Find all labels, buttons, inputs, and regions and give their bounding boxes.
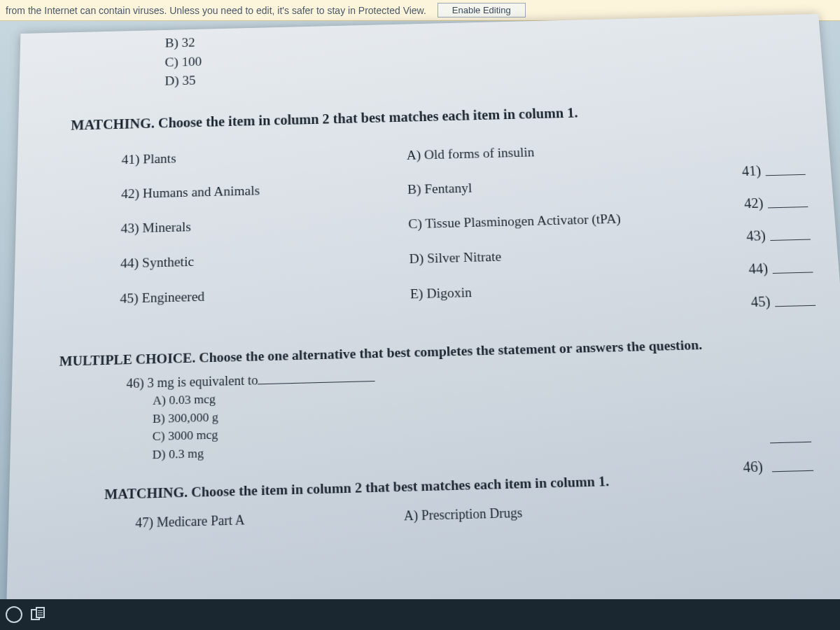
- answer-46: 46): [736, 457, 814, 476]
- answer-row: 42): [737, 194, 808, 211]
- answer-row: 44): [741, 259, 813, 277]
- answer-number: 43): [739, 227, 766, 244]
- answer-blank-line: [765, 165, 806, 176]
- windows-taskbar[interactable]: [0, 599, 840, 630]
- answer-blank-line: [769, 432, 811, 443]
- col1-item: 43) Minerals: [120, 214, 408, 236]
- answer-number: 41): [735, 163, 762, 179]
- answer-number: 42): [737, 195, 764, 212]
- task-view-icon[interactable]: [31, 607, 46, 622]
- col2-item: E) Digoxin: [410, 277, 751, 302]
- col2-item: C) Tissue Plasminogen Activator (tPA): [408, 208, 746, 232]
- answer-row: 43): [739, 227, 811, 244]
- answer-blank-line: [771, 461, 813, 472]
- answer-number: 46): [736, 458, 764, 476]
- answer-blank-line: [769, 230, 811, 240]
- col2-item: D) Silver Nitrate: [409, 242, 748, 266]
- answer-blank-line: [767, 197, 808, 208]
- protected-view-message: from the Internet can contain viruses. U…: [6, 5, 426, 16]
- matching-section-header: MATCHING. Choose the item in column 2 th…: [71, 99, 801, 133]
- document-page: B) 32 C) 100 D) 35 MATCHING. Choose the …: [4, 14, 840, 630]
- multiple-choice-section: MULTIPLE CHOICE. Choose the one alternat…: [36, 332, 826, 468]
- q47-col2: A) Prescription Drugs: [404, 501, 673, 524]
- col2-item: B) Fentanyl: [407, 174, 744, 197]
- q47-col1: 47) Medicare Part A: [135, 508, 404, 531]
- matching-column-2: A) Old forms of insulin B) Fentanyl C) T…: [406, 136, 752, 321]
- matching-section-2-header: MATCHING. Choose the item in column 2 th…: [104, 468, 830, 503]
- page-viewport: B) 32 C) 100 D) 35 MATCHING. Choose the …: [0, 21, 840, 630]
- col1-item: 44) Synthetic: [120, 248, 410, 271]
- q46-options: A) 0.03 mcg B) 300,000 g C) 3000 mcg D) …: [152, 375, 826, 464]
- cortana-circle-icon[interactable]: [6, 606, 22, 623]
- matching-answer-blanks: 41) 42) 43) 44) 45): [735, 162, 818, 328]
- question-47-row: 47) Medicare Part A A) Prescription Drug…: [135, 497, 832, 531]
- answer-number: 44): [741, 260, 769, 277]
- answer-blank-line: [772, 262, 813, 273]
- enable-editing-button[interactable]: Enable Editing: [438, 3, 526, 18]
- col2-item: A) Old forms of insulin: [407, 139, 741, 162]
- col1-item: 42) Humans and Animals: [121, 179, 407, 202]
- question-46: 46) 3 mg is equivalent to A) 0.03 mcg B)…: [125, 358, 826, 465]
- matching-columns: 41) Plants 42) Humans and Animals 43) Mi…: [120, 135, 816, 329]
- answer-number: 45): [743, 293, 771, 310]
- col1-item: 45) Engineered: [120, 284, 410, 307]
- previous-question-options: B) 32 C) 100 D) 35: [164, 18, 798, 90]
- q46-blank: [258, 381, 376, 384]
- answer-blank-line: [774, 295, 816, 307]
- q46-stem: 46) 3 mg is equivalent to: [126, 373, 258, 391]
- answer-row: 41): [735, 162, 806, 179]
- matching-column-1: 41) Plants 42) Humans and Animals 43) Mi…: [120, 145, 411, 329]
- answer-row: 45): [743, 293, 816, 311]
- col1-item: 41) Plants: [122, 145, 407, 167]
